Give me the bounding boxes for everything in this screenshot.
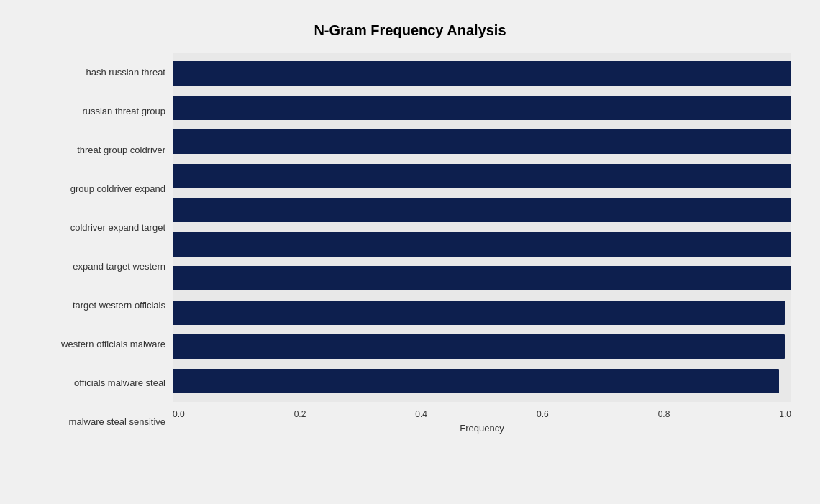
- x-tick: 0.2: [294, 409, 306, 419]
- chart-area: hash russian threatrussian threat groupt…: [29, 53, 791, 441]
- x-axis: 0.00.20.40.60.81.0 Frequency: [173, 406, 791, 441]
- y-axis-label: threat group coldriver: [29, 145, 165, 156]
- x-tick: 0.0: [173, 409, 185, 419]
- bar-row: [173, 94, 791, 122]
- y-axis-label: russian threat group: [29, 106, 165, 117]
- bar-row: [173, 299, 791, 326]
- y-axis-label: coldriver expand target: [29, 222, 165, 234]
- x-tick: 0.6: [537, 409, 549, 419]
- bar: [173, 61, 791, 86]
- y-axis-label: malware steal sensitive: [29, 416, 165, 428]
- bar: [173, 369, 779, 393]
- bar-row: [173, 196, 791, 224]
- y-axis-label: group coldriver expand: [29, 183, 165, 195]
- bar: [173, 96, 791, 120]
- bar-row: [173, 60, 791, 87]
- bar-row: [173, 333, 791, 360]
- bar-row: [173, 231, 791, 258]
- bar-row: [173, 367, 791, 395]
- bar-row: [173, 265, 791, 292]
- bar: [173, 334, 785, 359]
- x-ticks: 0.00.20.40.60.81.0: [173, 406, 791, 419]
- bars-section: [173, 53, 791, 402]
- chart-container: N-Gram Frequency Analysis hash russian t…: [14, 8, 806, 497]
- bars-and-x: 0.00.20.40.60.81.0 Frequency: [173, 53, 791, 441]
- y-axis-label: expand target western: [29, 261, 165, 272]
- x-tick: 1.0: [779, 409, 791, 419]
- bar: [173, 198, 791, 222]
- x-axis-label: Frequency: [173, 423, 791, 434]
- bar: [173, 129, 791, 154]
- bar: [173, 232, 791, 257]
- y-axis-label: officials malware steal: [29, 377, 165, 389]
- bar: [173, 266, 791, 290]
- bar-row: [173, 128, 791, 155]
- bar: [173, 164, 791, 188]
- bar: [173, 301, 785, 325]
- y-axis-label: target western officials: [29, 300, 165, 311]
- x-tick: 0.8: [658, 409, 670, 419]
- y-axis-label: hash russian threat: [29, 67, 165, 78]
- chart-title: N-Gram Frequency Analysis: [29, 22, 791, 39]
- x-tick: 0.4: [415, 409, 427, 419]
- y-axis-labels: hash russian threatrussian threat groupt…: [29, 53, 173, 441]
- y-axis-label: western officials malware: [29, 339, 165, 350]
- bar-row: [173, 162, 791, 190]
